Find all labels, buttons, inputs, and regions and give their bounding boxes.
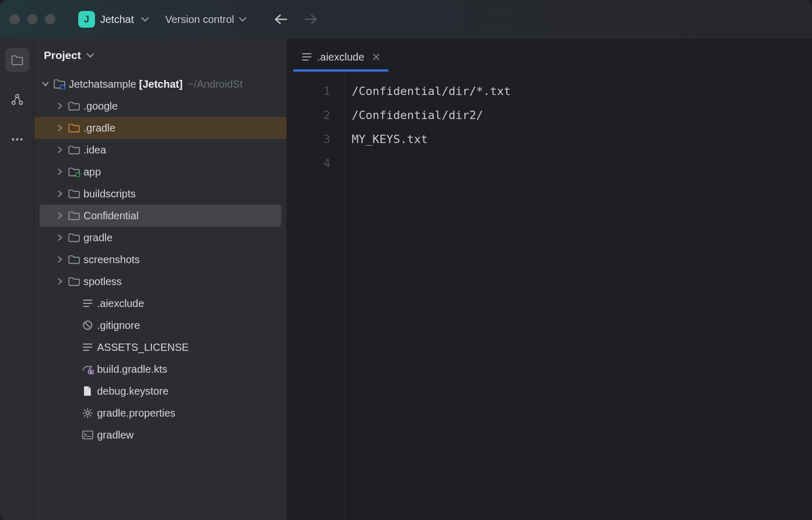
tree-item-buildscripts[interactable]: buildscripts [34, 183, 286, 205]
lines-file-icon [80, 299, 95, 308]
nav-forward-button[interactable] [303, 11, 319, 27]
minimize-window-icon[interactable] [27, 14, 38, 25]
file-lines-icon [302, 52, 312, 62]
svg-rect-12 [83, 431, 93, 439]
svg-point-2 [19, 101, 22, 104]
tree-item-assets-license[interactable]: ASSETS_LICENSE [34, 336, 286, 358]
left-tool-strip [0, 39, 34, 520]
tree-root-path: ~/AndroidSt [188, 78, 243, 90]
tree-item--aiexclude[interactable]: .aiexclude [34, 292, 286, 314]
tab-label: .aiexclude [317, 51, 364, 63]
svg-point-3 [11, 138, 14, 141]
folder-icon [67, 210, 81, 221]
expand-toggle-icon[interactable] [53, 124, 67, 132]
tree-item-gradlew[interactable]: gradlew [34, 424, 286, 446]
tree-item-label: .idea [83, 144, 106, 156]
tree-item-label: .aiexclude [97, 298, 144, 310]
chevron-down-icon [86, 53, 94, 58]
nav-back-button[interactable] [273, 11, 289, 27]
project-panel-header[interactable]: Project [34, 39, 286, 72]
tree-item-spotless[interactable]: spotless [34, 270, 286, 292]
terminal-icon [80, 430, 95, 440]
close-window-icon[interactable] [9, 14, 20, 25]
line-number-gutter: 1234 [287, 72, 344, 520]
expand-toggle-icon[interactable] [53, 234, 67, 241]
tree-item-label: ASSETS_LICENSE [97, 341, 189, 353]
close-tab-icon[interactable] [373, 53, 380, 61]
project-selector[interactable]: J Jetchat [78, 11, 149, 28]
expand-toggle-icon[interactable] [53, 256, 67, 263]
code-line: MY_KEYS.txt [352, 127, 812, 151]
gradle-kts-icon: K [80, 364, 95, 374]
folder-icon [67, 254, 81, 265]
line-number: 3 [287, 127, 330, 151]
tree-item-label: build.gradle.kts [97, 363, 168, 375]
code-line: /Confidential/dir/*.txt [352, 79, 812, 103]
project-panel-title: Project [44, 49, 81, 62]
expand-toggle-icon[interactable] [53, 168, 67, 175]
expand-toggle-icon[interactable] [53, 102, 67, 110]
tree-item--gitignore[interactable]: .gitignore [34, 314, 286, 336]
tree-item-gradle-properties[interactable]: gradle.properties [34, 402, 286, 424]
folder-icon [67, 145, 81, 155]
folder-orange-icon [67, 123, 81, 133]
tree-item-gradle[interactable]: gradle [34, 227, 286, 249]
more-tool-button[interactable] [5, 127, 29, 151]
editor-tab-row: .aiexclude [287, 39, 812, 72]
zoom-window-icon[interactable] [45, 14, 55, 25]
tree-item-app[interactable]: app [34, 161, 286, 183]
folder-icon [67, 232, 81, 243]
tree-item-label: debug.keystore [97, 385, 169, 397]
folder-icon [67, 276, 81, 287]
svg-point-4 [16, 138, 18, 141]
code-line [352, 151, 812, 175]
code-content[interactable]: /Confidential/dir/*.txt/Confidential/dir… [344, 72, 812, 520]
expand-toggle-icon[interactable] [39, 81, 52, 87]
structure-tool-button[interactable] [5, 88, 29, 112]
tree-item-label: Confidential [83, 210, 139, 222]
tree-item--google[interactable]: .google [34, 95, 286, 117]
editor-body[interactable]: 1234 /Confidential/dir/*.txt/Confidentia… [287, 72, 812, 520]
chevron-down-icon [141, 17, 149, 22]
lines-file-icon [80, 342, 95, 352]
gear-icon [80, 407, 95, 419]
project-badge-icon: J [78, 11, 95, 28]
expand-toggle-icon[interactable] [53, 278, 67, 285]
svg-rect-6 [61, 85, 65, 89]
tree-item-label: buildscripts [83, 188, 136, 200]
tree-item--gradle[interactable]: .gradle [34, 117, 286, 139]
chevron-down-icon [238, 17, 247, 22]
line-number: 2 [287, 103, 330, 127]
tree-item-label: gradlew [97, 429, 134, 441]
tree-item-label: gradle [83, 232, 113, 244]
module-icon [67, 167, 81, 177]
project-name-label: Jetchat [100, 14, 134, 26]
tree-item-label: screenshots [83, 254, 140, 266]
gitignore-icon [80, 320, 95, 330]
tree-root-row[interactable]: Jetchatsample [Jetchat] ~/AndroidSt [34, 73, 286, 95]
editor-area: .aiexclude 1234 /Confidential/dir/*.txt/… [287, 39, 812, 520]
project-tree[interactable]: Jetchatsample [Jetchat] ~/AndroidSt .goo… [34, 72, 286, 520]
title-bar: J Jetchat Version control [0, 0, 812, 39]
tree-item-debug-keystore[interactable]: debug.keystore [34, 380, 286, 402]
line-number: 4 [287, 151, 330, 175]
tree-item-label: app [83, 166, 101, 178]
project-tool-button[interactable] [5, 48, 29, 72]
project-root-icon [52, 79, 67, 89]
svg-point-1 [12, 101, 15, 104]
tree-item-build-gradle-kts[interactable]: Kbuild.gradle.kts [34, 358, 286, 380]
svg-point-7 [76, 173, 80, 177]
window-controls [9, 14, 55, 25]
tree-item-confidential[interactable]: Confidential [40, 205, 281, 227]
expand-toggle-icon[interactable] [53, 190, 67, 197]
folder-icon [67, 188, 81, 199]
tree-item-screenshots[interactable]: screenshots [34, 249, 286, 270]
expand-toggle-icon[interactable] [53, 146, 67, 153]
editor-tab-aiexclude[interactable]: .aiexclude [293, 44, 388, 72]
folder-icon [67, 101, 81, 111]
tree-item--idea[interactable]: .idea [34, 139, 286, 161]
version-control-menu[interactable]: Version control [165, 14, 246, 26]
file-icon [80, 385, 95, 397]
expand-toggle-icon[interactable] [53, 212, 67, 219]
svg-point-11 [86, 411, 89, 415]
